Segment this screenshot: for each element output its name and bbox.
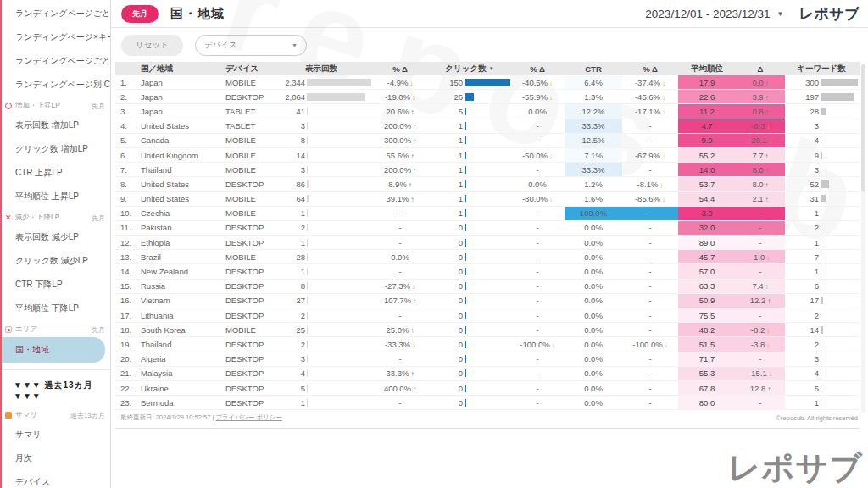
chevron-down-icon[interactable]: ▼ xyxy=(776,10,783,18)
position-cell: 80.0 xyxy=(678,396,736,409)
position-delta-cell: 12.8↑ xyxy=(736,381,785,395)
clicks-cell: 0 xyxy=(429,280,510,293)
down-arrow-icon: ↓ xyxy=(549,94,553,102)
privacy-policy-link[interactable]: プライバシー ポリシー xyxy=(215,413,282,421)
down-arrow-icon: ↓ xyxy=(766,341,770,349)
position-delta-cell: 0.0↑ xyxy=(736,75,785,89)
ctr-delta-cell: - xyxy=(622,294,678,308)
column-header-position-delta[interactable]: Δ xyxy=(736,62,785,75)
clicks-delta-cell: 0.0% xyxy=(510,177,565,191)
country-cell: Czechia xyxy=(137,207,222,220)
summary-icon xyxy=(5,412,12,419)
app-window: ランディングページごとの...ランディングページ×キー...ランディングページご… xyxy=(0,0,868,488)
sidebar: ランディングページごとの...ランディングページ×キー...ランディングページご… xyxy=(2,0,111,488)
sidebar-divider xyxy=(2,369,110,370)
device-cell: DESKTOP xyxy=(222,221,271,235)
position-cell: 71.7 xyxy=(678,352,736,366)
impressions-cell: 8 xyxy=(271,134,371,147)
position-delta-cell: 2.1↑ xyxy=(736,192,785,206)
column-header-impressions-delta[interactable]: % Δ xyxy=(371,62,429,75)
column-header-keywords[interactable]: キーワード数 xyxy=(785,62,858,75)
impressions-delta-cell: 55.6%↑ xyxy=(371,148,429,162)
brand-logo: レポサブ xyxy=(798,4,860,24)
sidebar-item-12[interactable]: CTR 下降LP xyxy=(2,273,110,297)
ctr-cell: 33.3% xyxy=(565,119,622,133)
up-arrow-icon: ↑ xyxy=(767,385,771,393)
sidebar-item-11[interactable]: クリック数 減少LP xyxy=(2,249,110,273)
value-bar xyxy=(821,312,821,319)
ctr-delta-cell: - xyxy=(622,250,678,263)
section-period: 先月 xyxy=(92,102,105,111)
top-bar: 先月 国・地域 2023/12/01 - 2023/12/31 ▼ レポサブ xyxy=(111,0,868,28)
device-cell: MOBILE xyxy=(222,192,271,206)
value-bar xyxy=(821,152,822,159)
value-bar xyxy=(307,195,309,202)
value-bar xyxy=(821,253,821,261)
sidebar-item-10[interactable]: 表示回数 減少LP xyxy=(2,225,110,249)
position-cell: 50.9 xyxy=(678,294,736,308)
position-delta-cell: 8.0↑ xyxy=(736,163,785,176)
clicks-delta-cell: - xyxy=(510,221,565,235)
rank-cell: 18. xyxy=(115,323,137,336)
rank-cell: 2. xyxy=(115,90,137,103)
up-arrow-icon: ↑ xyxy=(765,167,769,175)
country-cell: Japan xyxy=(137,90,222,103)
value-bar xyxy=(465,108,466,115)
device-filter-dropdown[interactable]: デバイス ▼ xyxy=(195,35,307,56)
column-header-position[interactable]: 平均順位 xyxy=(678,62,736,75)
keywords-cell: 14 xyxy=(785,323,858,336)
up-arrow-icon: ↑ xyxy=(765,152,769,160)
sidebar-item-1[interactable]: ランディングページ×キー... xyxy=(2,25,110,49)
sidebar-item-3[interactable]: ランディングページ別 CT... xyxy=(2,73,110,97)
sidebar-item-6[interactable]: クリック数 増加LP xyxy=(2,137,110,161)
table-row: 15.RussiaDESKTOP8-27.3%↓0-0.0%-63.37.4↑6 xyxy=(115,280,860,294)
down-arrow-icon: ↓ xyxy=(412,341,415,349)
clicks-delta-cell: - xyxy=(510,396,565,409)
table-row: 17.LithuaniaDESKTOP2-0-0.0%-75.5-2 xyxy=(115,308,860,323)
sidebar-item-2[interactable]: ランディングページごとの... xyxy=(2,49,110,73)
column-header-ctr[interactable]: CTR xyxy=(565,62,622,75)
scrollbar-thumb[interactable] xyxy=(861,64,865,191)
clicks-delta-cell: - xyxy=(510,207,565,220)
sidebar-item-15[interactable]: 国・地域 xyxy=(2,337,105,363)
ctr-cell: 0.0% xyxy=(565,337,622,351)
value-bar xyxy=(307,136,308,144)
sidebar-item-21[interactable]: デバイス xyxy=(2,470,110,488)
column-header-clicks-delta[interactable]: % Δ xyxy=(510,62,565,75)
sidebar-item-5[interactable]: 表示回数 増加LP xyxy=(2,114,110,137)
clicks-cell: 0 xyxy=(429,396,510,409)
column-header-device[interactable]: デバイス xyxy=(222,62,271,75)
table-row: 16.VietnamDESKTOP27107.7%↑0-0.0%-50.912.… xyxy=(115,294,860,308)
sidebar-item-0[interactable]: ランディングページごとの... xyxy=(2,2,110,25)
sidebar-item-20[interactable]: 月次 xyxy=(2,446,110,470)
ctr-cell: 6.4% xyxy=(565,75,622,89)
column-header-clicks[interactable]: クリック数▼ xyxy=(429,62,510,75)
value-bar xyxy=(465,166,466,174)
column-header-country[interactable]: 国／地域 xyxy=(137,62,222,75)
sidebar-item-7[interactable]: CTR 上昇LP xyxy=(2,161,110,185)
sidebar-item-8[interactable]: 平均順位 上昇LP xyxy=(2,185,110,208)
clicks-cell: 5 xyxy=(429,104,510,118)
position-delta-cell: - xyxy=(736,236,785,249)
sidebar-item-19[interactable]: サマリ xyxy=(2,423,110,446)
impressions-delta-cell: 39.1%↑ xyxy=(371,192,429,206)
column-header-impressions[interactable]: 表示回数 xyxy=(271,62,371,75)
clicks-cell: 1 xyxy=(429,148,510,162)
sidebar-item-13[interactable]: 平均順位 下降LP xyxy=(2,297,110,320)
value-bar xyxy=(307,297,308,304)
date-range-selector[interactable]: 2023/12/01 - 2023/12/31 xyxy=(645,8,770,20)
value-bar xyxy=(307,152,308,159)
reset-button[interactable]: リセット xyxy=(121,35,183,56)
column-header-ctr-delta[interactable]: % Δ xyxy=(622,62,678,75)
sidebar-nav: ランディングページごとの...ランディングページ×キー...ランディングページご… xyxy=(2,2,110,488)
clicks-cell: 150 xyxy=(429,75,510,89)
clicks-cell: 26 xyxy=(429,90,510,103)
ctr-delta-cell: -67.9%↓ xyxy=(622,148,678,162)
position-cell: 45.7 xyxy=(678,250,736,263)
country-cell: Russia xyxy=(137,280,222,293)
up-arrow-icon: ↑ xyxy=(765,181,769,189)
sidebar-section-9: ✕減少・下降LP先月 xyxy=(2,208,110,225)
keywords-cell: 5 xyxy=(785,381,858,395)
rank-cell: 21. xyxy=(115,367,137,380)
keywords-cell: 4 xyxy=(785,134,858,147)
